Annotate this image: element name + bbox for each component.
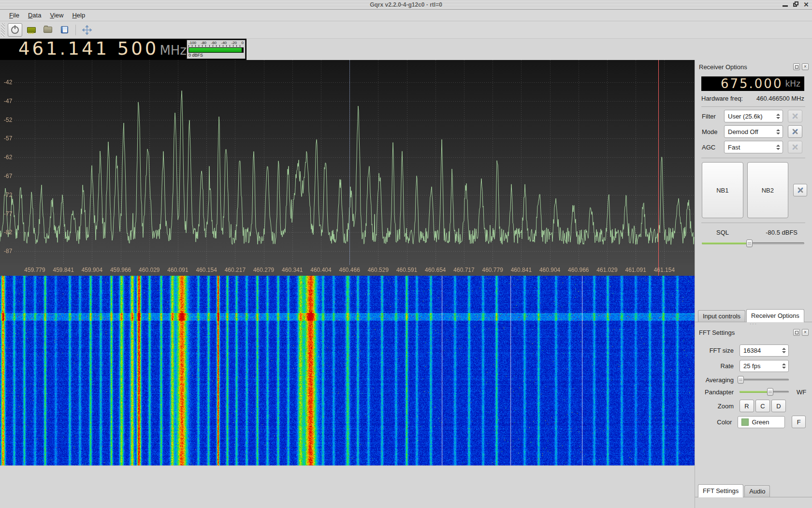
slider-handle[interactable] [738, 376, 744, 384]
pandapter-area: -42-47-52-57-62-67-72-77-82-87 459.77945… [0, 60, 695, 276]
offset-frequency-display[interactable]: 675.000 kHz [701, 76, 804, 91]
db-tick-label: -67 [4, 173, 12, 179]
color-combo[interactable]: Green [738, 416, 785, 428]
averaging-label: Averaging [695, 376, 734, 384]
fft-size-combo[interactable]: 16384 [740, 344, 789, 357]
rate-label: Rate [695, 362, 734, 370]
splitter-handle[interactable]: ··· [695, 322, 812, 327]
freq-tick-label: 459.966 [110, 267, 131, 273]
sql-value: -80.5 dBFS [766, 229, 798, 236]
bottom-filler [0, 465, 695, 508]
averaging-slider[interactable] [740, 375, 789, 384]
slider-handle[interactable] [746, 239, 753, 247]
color-swatch [741, 418, 749, 426]
toolbar-drag-handle[interactable] [1, 23, 5, 37]
freq-tick-label: 460.654 [425, 267, 446, 273]
float-panel-button[interactable] [793, 329, 800, 336]
save-button[interactable] [57, 23, 72, 37]
fft-size-label: FFT size [695, 347, 734, 354]
freq-tick-label: 460.966 [568, 267, 589, 273]
spinner-arrows-icon[interactable] [782, 360, 786, 372]
spinner-arrows-icon[interactable] [776, 126, 780, 137]
freq-tick-label: 460.029 [139, 267, 160, 273]
mode-options-button[interactable] [788, 125, 802, 138]
fill-toggle-button[interactable]: F [792, 416, 806, 428]
restore-button[interactable] [792, 0, 799, 8]
nb1-button[interactable]: NB1 [702, 162, 743, 218]
folder-icon [44, 27, 52, 33]
waterfall-display[interactable] [0, 276, 695, 465]
close-button[interactable]: ✕ [802, 0, 810, 8]
zoom-demod-button[interactable]: D [771, 400, 786, 412]
minimize-button[interactable] [781, 0, 789, 8]
tab-receiver-options[interactable]: Receiver Options [746, 309, 804, 322]
mode-label: Mode [702, 128, 724, 135]
freq-tick-label: 460.091 [167, 267, 188, 273]
title-bar[interactable]: Gqrx v2.2.0-4-g12c0 - rtl=0 ✕ [0, 0, 812, 10]
pandapter-wf-split-slider[interactable] [740, 388, 789, 396]
spinner-arrows-icon[interactable] [776, 141, 780, 153]
spectrum-plot[interactable] [0, 60, 695, 265]
agc-combo[interactable]: Fast [724, 141, 783, 153]
device-chip-icon [27, 27, 36, 33]
mode-combo[interactable]: Demod Off [724, 125, 783, 138]
nb2-button[interactable]: NB2 [747, 162, 789, 218]
pan-button[interactable] [80, 23, 94, 37]
float-panel-button[interactable] [793, 63, 800, 70]
pandapter-label: Pandapter [695, 388, 734, 396]
bottom-dock-tabbar: FFT Settings Audio [695, 485, 812, 497]
db-tick-label: -42 [4, 79, 12, 86]
frequency-display[interactable]: 461.141 500MHz -100-80-60-40-200 0 dBFS [0, 39, 246, 60]
menu-help[interactable]: Help [68, 10, 89, 20]
separator [701, 106, 805, 107]
io-config-button[interactable] [24, 23, 39, 37]
sql-slider[interactable] [702, 239, 804, 248]
close-panel-button[interactable]: × [802, 63, 809, 70]
meter-tickmarks [188, 45, 244, 47]
spinner-arrows-icon[interactable] [776, 110, 780, 122]
freq-tick-label: 461.154 [654, 267, 675, 273]
signal-meter: -100-80-60-40-200 0 dBFS [187, 40, 246, 59]
filter-label: Filter [702, 113, 724, 120]
db-tick-label: -77 [4, 210, 12, 217]
zoom-reset-button[interactable]: R [740, 400, 754, 412]
freq-tick-label: 460.904 [539, 267, 560, 273]
menu-file[interactable]: File [5, 10, 24, 20]
menu-data[interactable]: Data [24, 10, 45, 20]
freq-tick-label: 460.717 [453, 267, 474, 273]
db-tick-label: -72 [4, 192, 12, 198]
menu-bar: File Data View Help [0, 10, 812, 21]
tab-fft-settings[interactable]: FFT Settings [698, 484, 743, 497]
db-tick-label: -47 [4, 98, 12, 105]
close-panel-button[interactable]: × [802, 329, 809, 336]
gqrx-window: Gqrx v2.2.0-4-g12c0 - rtl=0 ✕ File Data … [0, 0, 812, 508]
rate-combo[interactable]: 25 fps [740, 360, 789, 372]
freq-tick-label: 460.779 [482, 267, 503, 273]
spinner-arrows-icon[interactable] [782, 345, 786, 356]
hardware-freq-label: Hardware freq: [701, 95, 743, 102]
frequency-digits[interactable]: 461.141 500 [18, 38, 159, 59]
filter-options-button [788, 110, 802, 122]
freq-tick-label: 460.591 [396, 267, 417, 273]
slider-handle[interactable] [767, 388, 773, 396]
tab-audio[interactable]: Audio [744, 485, 770, 497]
freq-tick-label: 460.404 [310, 267, 331, 273]
offset-frequency-digits[interactable]: 675.000 [721, 76, 783, 91]
frequency-axis[interactable]: 459.779459.841459.904459.966460.029460.0… [0, 265, 695, 276]
color-label: Color [695, 418, 732, 426]
db-tick-label: -57 [4, 135, 12, 142]
freq-tick-label: 460.154 [196, 267, 217, 273]
wf-label: WF [797, 388, 806, 396]
filter-combo[interactable]: User (25.6k) [724, 110, 783, 122]
freq-tick-label: 461.029 [596, 267, 617, 273]
window-title: Gqrx v2.2.0-4-g12c0 - rtl=0 [370, 1, 442, 8]
open-button[interactable] [41, 23, 55, 37]
freq-tick-label: 460.217 [225, 267, 246, 273]
nb-options-button[interactable] [793, 184, 807, 196]
power-button[interactable] [8, 23, 22, 37]
menu-view[interactable]: View [45, 10, 68, 20]
zoom-center-button[interactable]: C [755, 400, 770, 412]
tab-input-controls[interactable]: Input controls [698, 310, 745, 322]
power-icon [11, 26, 19, 34]
freq-tick-label: 459.904 [82, 267, 102, 273]
